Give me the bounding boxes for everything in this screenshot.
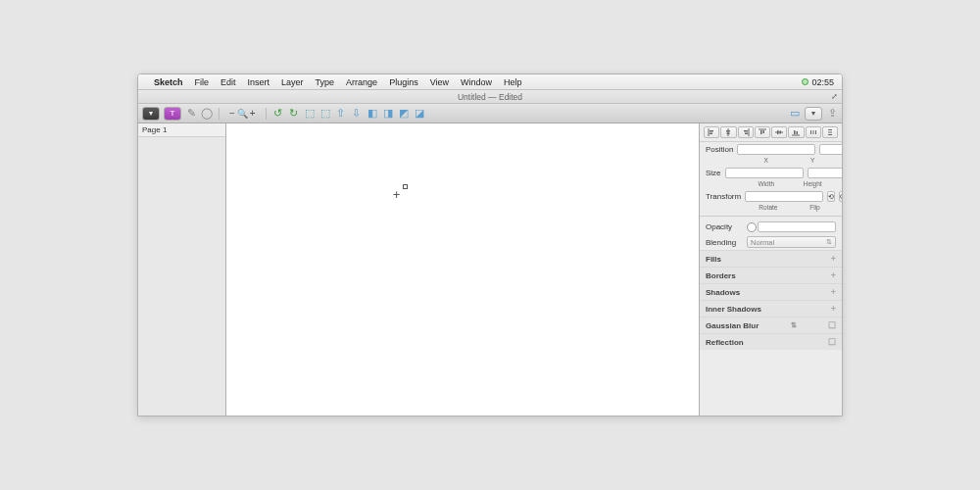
align-left-button[interactable] <box>704 126 719 138</box>
add-inner-shadow-icon[interactable]: + <box>831 304 836 314</box>
menu-plugins[interactable]: Plugins <box>383 77 424 87</box>
svg-rect-19 <box>812 130 813 134</box>
intersect-icon[interactable]: ◩ <box>398 108 410 120</box>
align-top-button[interactable] <box>755 126 770 138</box>
align-right-button[interactable] <box>738 126 754 138</box>
menu-edit[interactable]: Edit <box>215 77 242 87</box>
width-field[interactable] <box>725 168 804 178</box>
align-bottom-button[interactable] <box>788 126 804 138</box>
reflection-section-header[interactable]: Reflection☐ <box>700 333 842 350</box>
align-center-h-button[interactable] <box>720 126 736 138</box>
svg-rect-20 <box>815 130 816 134</box>
blending-select[interactable]: Normal ⇅ <box>747 236 836 248</box>
status-indicator-icon <box>802 78 808 85</box>
svg-rect-13 <box>777 130 779 134</box>
window-title: Untitled — Edited <box>458 92 522 102</box>
window-titlebar: Untitled — Edited ⤢ <box>138 90 842 104</box>
difference-icon[interactable]: ◪ <box>414 108 425 120</box>
rotate-sublabel: Rotate <box>743 204 794 211</box>
ungroup-icon[interactable]: ⬚ <box>319 108 331 120</box>
canvas[interactable]: + <box>226 123 700 416</box>
blur-chevron-icon: ⇅ <box>791 321 797 329</box>
height-sublabel: Height <box>790 180 837 187</box>
rotate-right-icon[interactable]: ↻ <box>288 108 300 120</box>
menu-help[interactable]: Help <box>498 77 528 87</box>
flip-horizontal-button[interactable]: ⟲ <box>827 191 835 202</box>
menu-window[interactable]: Window <box>455 77 498 87</box>
y-sublabel: Y <box>790 157 837 164</box>
gaussian-blur-section-header[interactable]: Gaussian Blur⇅☐ <box>700 317 842 333</box>
add-fill-icon[interactable]: + <box>831 254 836 264</box>
app-window: Sketch File Edit Insert Layer Type Arran… <box>137 74 843 416</box>
reflection-toggle-icon[interactable]: ☐ <box>828 337 836 347</box>
svg-rect-2 <box>710 133 712 135</box>
rotate-field[interactable] <box>745 191 823 202</box>
menu-view[interactable]: View <box>424 77 455 87</box>
main-area: Page 1 + Position XY Si <box>138 123 842 416</box>
artboard-tool-icon[interactable]: ◯ <box>201 108 213 120</box>
menu-layer[interactable]: Layer <box>275 77 310 87</box>
svg-rect-10 <box>760 130 762 134</box>
shapes-tool-button[interactable]: ▾ <box>142 107 160 121</box>
svg-rect-11 <box>762 130 764 133</box>
fills-section-header[interactable]: Fills+ <box>700 250 842 267</box>
chevron-updown-icon: ⇅ <box>826 238 832 246</box>
menu-arrange[interactable]: Arrange <box>340 77 383 87</box>
svg-rect-21 <box>828 129 832 130</box>
add-border-icon[interactable]: + <box>831 270 836 280</box>
blur-toggle-icon[interactable]: ☐ <box>828 320 836 330</box>
position-y-field[interactable] <box>819 144 842 155</box>
zoom-icon[interactable]: 🔍 <box>237 109 248 119</box>
menu-file[interactable]: File <box>189 77 216 87</box>
height-field[interactable] <box>808 168 842 178</box>
svg-rect-16 <box>794 130 796 134</box>
inner-shadows-section-header[interactable]: Inner Shadows+ <box>700 300 842 317</box>
add-shadow-icon[interactable]: + <box>831 287 836 297</box>
mirror-icon[interactable]: ▭ <box>789 108 801 120</box>
svg-rect-18 <box>810 130 811 134</box>
menu-type[interactable]: Type <box>310 77 341 87</box>
flip-vertical-button[interactable]: ⟳ <box>839 191 842 202</box>
export-icon[interactable]: ⇪ <box>826 108 838 120</box>
svg-rect-14 <box>780 131 782 134</box>
rotate-left-icon[interactable]: ↺ <box>272 108 284 120</box>
zoom-controls: − 🔍 + <box>229 108 256 119</box>
forward-icon[interactable]: ⇧ <box>335 108 347 120</box>
shadows-section-header[interactable]: Shadows+ <box>700 283 842 300</box>
backward-icon[interactable]: ⇩ <box>351 108 363 120</box>
distribute-v-button[interactable] <box>822 126 838 138</box>
menubar-clock: 02:55 <box>802 77 838 87</box>
text-tool-button[interactable]: T <box>164 107 181 121</box>
opacity-label: Opacity <box>706 222 743 231</box>
crosshair-cursor-icon: + <box>393 192 400 198</box>
size-label: Size <box>706 169 721 177</box>
subtract-icon[interactable]: ◨ <box>382 108 394 120</box>
position-label: Position <box>706 145 733 154</box>
zoom-out-button[interactable]: − <box>229 108 235 119</box>
view-mode-button[interactable]: ▾ <box>805 107 822 121</box>
vector-tool-icon[interactable]: ✎ <box>185 108 197 120</box>
app-menu[interactable]: Sketch <box>148 77 189 87</box>
union-icon[interactable]: ◧ <box>367 108 378 120</box>
distribute-h-button[interactable] <box>806 126 821 138</box>
page-item[interactable]: Page 1 <box>138 123 225 137</box>
align-center-v-button[interactable] <box>771 126 787 138</box>
inspector-panel: Position XY Size WidthHeight Transform ⟲… <box>700 123 842 416</box>
group-icon[interactable]: ⬚ <box>304 108 316 120</box>
x-sublabel: X <box>743 157 790 164</box>
svg-rect-5 <box>727 133 730 135</box>
borders-section-header[interactable]: Borders+ <box>700 267 842 283</box>
menu-insert[interactable]: Insert <box>242 77 276 87</box>
fullscreen-icon[interactable]: ⤢ <box>831 92 838 101</box>
svg-rect-22 <box>828 132 832 133</box>
position-x-field[interactable] <box>737 144 815 155</box>
clock-time: 02:55 <box>811 77 834 87</box>
opacity-field[interactable] <box>758 221 836 232</box>
transform-label: Transform <box>706 192 741 201</box>
width-sublabel: Width <box>743 180 790 187</box>
zoom-in-button[interactable]: + <box>250 108 256 119</box>
menubar: Sketch File Edit Insert Layer Type Arran… <box>138 74 842 90</box>
layers-sidebar[interactable]: Page 1 <box>138 123 226 416</box>
opacity-slider[interactable] <box>747 225 754 228</box>
svg-rect-1 <box>710 130 713 132</box>
